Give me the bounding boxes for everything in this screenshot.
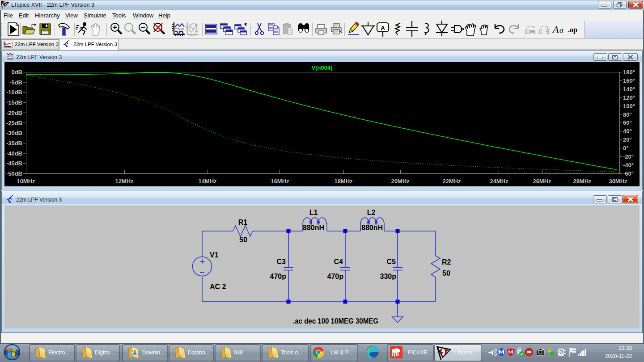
svg-text:C4: C4 <box>334 258 343 265</box>
svg-text:-20dB: -20dB <box>6 109 22 116</box>
svg-text:Databa...: Databa... <box>188 349 210 356</box>
svg-text:14MHz: 14MHz <box>198 178 217 185</box>
svg-text:E: E <box>538 28 543 35</box>
svg-text:-35dB: -35dB <box>6 140 22 147</box>
svg-text:-50dB: -50dB <box>6 170 22 177</box>
svg-text:18MHz: 18MHz <box>334 178 353 185</box>
svg-text:Electro...: Electro... <box>48 349 69 356</box>
svg-text:-60°: -60° <box>623 170 634 177</box>
svg-text:048: 048 <box>234 349 243 356</box>
svg-text:180°: 180° <box>623 69 635 76</box>
svg-text:22MHz: 22MHz <box>442 178 461 185</box>
svg-text:40°: 40° <box>623 128 632 135</box>
svg-text:Downlo...: Downlo... <box>142 349 165 356</box>
svg-text:AC 2: AC 2 <box>210 283 226 290</box>
svg-text:-40dB: -40dB <box>6 150 22 157</box>
svg-text:-30dB: -30dB <box>6 130 22 136</box>
svg-text:30MHz: 30MHz <box>609 178 627 185</box>
svg-text:-45dB: -45dB <box>6 160 22 167</box>
svg-text:880nH: 880nH <box>303 224 324 232</box>
svg-text:∃: ∃ <box>545 28 549 35</box>
svg-text:50: 50 <box>239 236 247 244</box>
svg-text:120°: 120° <box>623 94 635 101</box>
svg-text:-10dB: -10dB <box>6 89 22 96</box>
svg-text:880nH: 880nH <box>361 224 383 232</box>
svg-text:80°: 80° <box>623 111 632 118</box>
svg-text:.ac dec 100 10MEG 30MEG: .ac dec 100 10MEG 30MEG <box>293 317 378 325</box>
svg-text:-5dB: -5dB <box>9 79 22 86</box>
svg-text:V1: V1 <box>210 251 219 259</box>
svg-text:PICAXE...: PICAXE... <box>408 349 432 356</box>
svg-text:160°: 160° <box>623 77 635 84</box>
svg-text:12MHz: 12MHz <box>115 178 134 185</box>
svg-text:0°: 0° <box>623 145 628 152</box>
svg-text:a: a <box>559 26 564 34</box>
svg-text:-25dB: -25dB <box>6 120 22 126</box>
svg-text:.op: .op <box>568 26 577 34</box>
svg-text:Digital ...: Digital ... <box>95 349 116 356</box>
svg-text:V(n004): V(n004) <box>312 64 333 71</box>
svg-text:140°: 140° <box>623 86 635 93</box>
svg-text:20°: 20° <box>623 136 632 143</box>
svg-text:470p: 470p <box>327 273 344 280</box>
svg-text:24MHz: 24MHz <box>490 178 508 185</box>
svg-text:50: 50 <box>442 269 450 277</box>
svg-text:A: A <box>552 24 559 35</box>
svg-text:330p: 330p <box>380 273 397 280</box>
svg-text:26MHz: 26MHz <box>533 178 551 185</box>
svg-text:R2: R2 <box>442 258 451 266</box>
svg-text:-40°: -40° <box>623 162 634 168</box>
svg-text:23:33: 23:33 <box>619 345 632 351</box>
svg-text:2020-11-22: 2020-11-22 <box>605 353 632 359</box>
svg-text:28MHz: 28MHz <box>573 178 592 185</box>
svg-text:-20°: -20° <box>623 153 634 160</box>
svg-text:LW & P...: LW & P... <box>331 349 352 356</box>
svg-text:Tools o...: Tools o... <box>281 349 302 356</box>
svg-text:470p: 470p <box>270 273 287 280</box>
svg-text:R1: R1 <box>238 219 248 226</box>
svg-text:16MHz: 16MHz <box>271 178 289 185</box>
svg-text:C5: C5 <box>387 258 396 265</box>
svg-text:60°: 60° <box>623 119 632 126</box>
svg-text:10MHz: 10MHz <box>17 178 35 185</box>
svg-text:C3: C3 <box>277 258 286 265</box>
svg-text:0dB: 0dB <box>11 69 22 76</box>
svg-text:20MHz: 20MHz <box>391 178 410 185</box>
svg-text:L2: L2 <box>367 209 376 216</box>
svg-text:100°: 100° <box>623 103 635 109</box>
svg-text:-15dB: -15dB <box>6 99 22 106</box>
svg-text:LTspice...: LTspice... <box>454 349 477 356</box>
svg-text:L1: L1 <box>309 209 318 216</box>
svg-text:A: A <box>381 25 385 31</box>
svg-text:E: E <box>525 28 529 35</box>
